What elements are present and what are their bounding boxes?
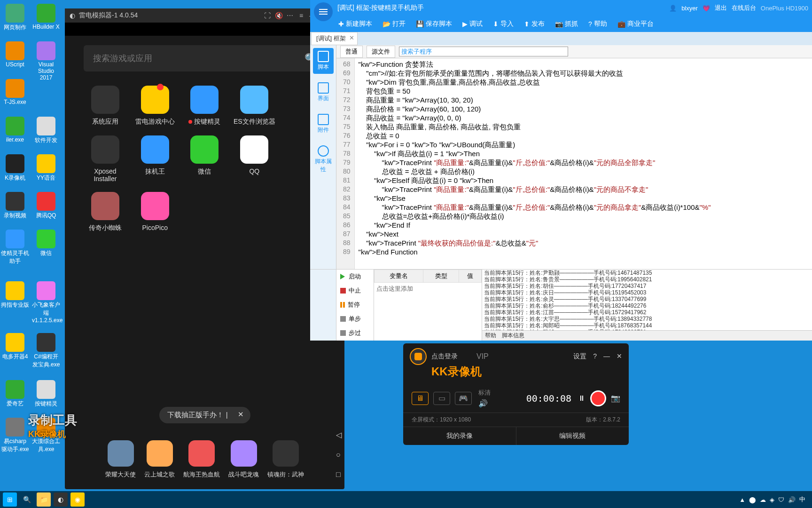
debug-pause[interactable]: 暂停 bbox=[336, 298, 374, 312]
log-panel[interactable]: 当前脚本第15行：姓名:尹勤颢——————手机号码:14671487135当前脚… bbox=[482, 270, 812, 341]
app-icon[interactable]: 微信 bbox=[183, 135, 226, 183]
dock-app[interactable]: 战斗吧龙魂 bbox=[228, 440, 259, 479]
search-icon[interactable]: 🔍 bbox=[20, 492, 34, 507]
record-button[interactable] bbox=[590, 390, 606, 406]
variables-table[interactable]: 变量名类型值 点击这里添加 bbox=[374, 270, 482, 341]
kk-settings[interactable]: 设置 bbox=[573, 352, 586, 361]
app-icon[interactable]: QQ bbox=[233, 135, 276, 183]
kk-login[interactable]: 点击登录 bbox=[431, 352, 458, 361]
desktop-icon[interactable]: K录像机 bbox=[1, 154, 29, 182]
back-icon[interactable]: ◁ bbox=[336, 430, 342, 439]
ide-user[interactable]: blxyer bbox=[681, 5, 698, 12]
desktop-icon[interactable]: 易csharp驱动手.exe bbox=[1, 418, 29, 453]
left-tab-attach[interactable]: 附件 bbox=[313, 111, 334, 137]
desktop-icon[interactable]: 爱奇艺 bbox=[1, 380, 29, 408]
debug-start[interactable]: 启动 bbox=[336, 270, 374, 284]
debug-stop[interactable]: 中止 bbox=[336, 284, 374, 298]
desktop-icon[interactable]: C#编程开发宝典.exe bbox=[32, 333, 60, 369]
toolbar-发布[interactable]: ⬆发布 bbox=[524, 20, 545, 28]
kk-close-icon[interactable]: ✕ bbox=[617, 352, 622, 361]
taskbar[interactable]: ⊞ 🔍 📁 ◐ ◉ ▲ ⬤ ☁ ◈ 🛡 🔊 中 bbox=[0, 491, 812, 508]
dock-app[interactable]: 云上城之歌 bbox=[144, 440, 175, 479]
explorer-icon[interactable]: 📁 bbox=[37, 492, 51, 507]
app-icon[interactable]: 抹机王 bbox=[133, 135, 177, 183]
pause-icon[interactable]: ⏸ bbox=[578, 394, 586, 403]
toolbar-帮助[interactable]: ?帮助 bbox=[588, 20, 607, 28]
hamburger-icon[interactable] bbox=[314, 2, 333, 21]
recent-icon[interactable]: □ bbox=[336, 470, 342, 479]
fullscreen-icon[interactable]: ⛶ bbox=[263, 12, 272, 19]
toolbar-抓抓[interactable]: 📷抓抓 bbox=[555, 20, 578, 28]
left-tab-script[interactable]: 脚本 bbox=[313, 48, 334, 74]
app-icon[interactable]: 传奇小蜘蛛 bbox=[84, 192, 127, 232]
desktop-icon[interactable]: 电多开器4 bbox=[1, 333, 29, 361]
system-tray[interactable]: ▲ ⬤ ☁ ◈ 🛡 🔊 中 bbox=[739, 495, 809, 504]
desktop-icon[interactable]: iler.exe bbox=[1, 117, 29, 143]
close-tab-icon[interactable]: ✕ bbox=[349, 34, 354, 41]
toolbar-导入[interactable]: ⬇导入 bbox=[493, 20, 514, 28]
toolbar-打开[interactable]: 📂打开 bbox=[383, 20, 406, 28]
tray-icon[interactable]: ◈ bbox=[770, 496, 774, 503]
ide-tab[interactable]: [调试] 框架 ✕ bbox=[311, 32, 358, 45]
kk-edit-button[interactable]: 编辑视频 bbox=[516, 427, 629, 445]
desktop-icon[interactable]: 使精灵手机助手 bbox=[1, 230, 29, 265]
app-icon[interactable]: 雷电游戏中心 bbox=[133, 86, 177, 126]
mode-game-icon[interactable]: 🎮 bbox=[455, 392, 472, 405]
mode-window-icon[interactable]: ▭ bbox=[433, 392, 450, 405]
add-var-placeholder[interactable]: 点击这里添加 bbox=[375, 283, 482, 295]
desktop-icon[interactable]: YY语音 bbox=[32, 154, 60, 182]
debug-stepover[interactable]: 步过 bbox=[336, 326, 374, 340]
screenshot-icon[interactable]: 📷 bbox=[611, 394, 620, 403]
kk-help-icon[interactable]: ? bbox=[593, 352, 597, 361]
tray-icon[interactable]: 🔊 bbox=[788, 496, 796, 503]
promo-banner[interactable]: 下载抽正版手办！ | ✕ bbox=[159, 407, 250, 423]
app-icon[interactable]: Xposed Installer bbox=[84, 135, 127, 183]
taskbar-app-icon[interactable]: ◐ bbox=[54, 492, 68, 507]
tray-icon[interactable]: ▲ bbox=[739, 496, 745, 503]
code-editor[interactable]: 6869707172737475767778798081828384858687… bbox=[336, 58, 812, 269]
heart-icon[interactable]: 💗 bbox=[703, 5, 710, 12]
toolbar-新建脚本[interactable]: ✚新建脚本 bbox=[338, 20, 372, 28]
left-tab-ui[interactable]: 界面 bbox=[313, 79, 334, 105]
dock-app[interactable]: 镇魂街：武神 bbox=[267, 440, 304, 479]
desktop-icon[interactable]: 拇指专业版 bbox=[1, 281, 29, 309]
app-icon[interactable]: PicoPico bbox=[133, 192, 177, 232]
code-lines[interactable]: "kw">Function 贪婪算法 "cm">//如:在背包所能承受的重量范围… bbox=[355, 58, 715, 269]
menu-icon[interactable]: ≡ bbox=[297, 12, 306, 19]
toolbar-保存脚本[interactable]: 💾保存脚本 bbox=[416, 20, 452, 28]
btab-info[interactable]: 脚本信息 bbox=[502, 332, 524, 340]
kk-myrec-button[interactable]: 我的录像 bbox=[403, 427, 516, 445]
debug-step[interactable]: 单步 bbox=[336, 312, 374, 326]
desktop-icon[interactable]: 按键精灵 bbox=[32, 380, 60, 408]
app-icon[interactable]: 按键精灵 bbox=[183, 86, 226, 126]
desktop-icon[interactable]: 小飞象客户端v1.1.2.5.exe bbox=[32, 281, 60, 324]
dock-app[interactable]: 荣耀大天使 bbox=[105, 440, 136, 479]
desktop-icon[interactable]: T-JS.exe bbox=[1, 79, 29, 105]
dock-app[interactable]: 航海王热血航 bbox=[183, 440, 220, 479]
subtab-source[interactable]: 源文件 bbox=[367, 46, 395, 58]
search-bar[interactable]: 🔍 bbox=[84, 45, 326, 71]
home-icon[interactable]: ○ bbox=[336, 451, 342, 459]
mode-screen-icon[interactable]: 🖥 bbox=[412, 392, 429, 405]
btab-help[interactable]: 帮助 bbox=[485, 332, 496, 340]
left-tab-props[interactable]: 脚本属性 bbox=[313, 143, 334, 176]
toolbar-商业平台[interactable]: 💼商业平台 bbox=[617, 20, 654, 28]
more-icon[interactable]: ⋯ bbox=[285, 12, 295, 19]
tray-icon[interactable]: ⬤ bbox=[749, 496, 756, 503]
tray-icon[interactable]: ☁ bbox=[760, 496, 766, 503]
desktop-icon[interactable]: HBuilder X bbox=[32, 4, 60, 30]
desktop-icon[interactable]: 腾讯QQ bbox=[32, 192, 60, 220]
desktop-icon[interactable]: 录制视频 bbox=[1, 192, 29, 220]
desktop-icon[interactable]: 微信 bbox=[32, 230, 60, 257]
kk-quality[interactable]: 标清 bbox=[478, 389, 491, 397]
desktop-icon[interactable]: UScript bbox=[1, 41, 29, 68]
kk-minimize-icon[interactable]: — bbox=[603, 352, 610, 361]
logout-link[interactable]: 退出 bbox=[715, 4, 727, 12]
backstage-link[interactable]: 在线后台 bbox=[732, 4, 756, 12]
ide-titlebar[interactable]: [调试] 框架-按键精灵手机助手 👤 blxyer 💗 退出 在线后台 OneP… bbox=[310, 0, 812, 16]
tray-icon[interactable]: 🛡 bbox=[778, 496, 784, 503]
mute-icon[interactable]: 🔇 bbox=[274, 12, 283, 19]
search-input[interactable] bbox=[93, 54, 304, 64]
kk-vip[interactable]: VIP bbox=[476, 352, 489, 361]
tray-icon[interactable]: 中 bbox=[799, 495, 805, 504]
